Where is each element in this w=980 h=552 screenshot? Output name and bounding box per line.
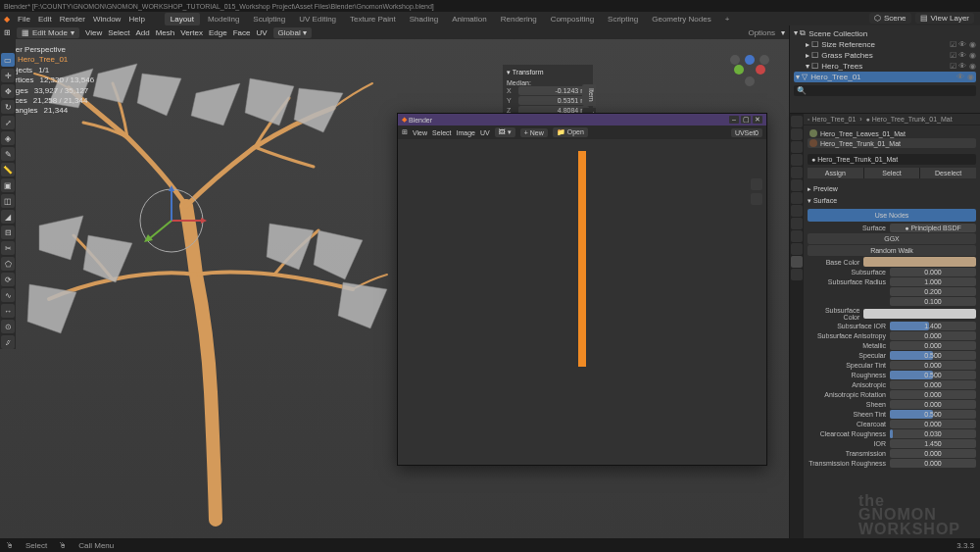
tab-uv[interactable]: UV Editing bbox=[293, 13, 342, 25]
uv-titlebar[interactable]: ◆ Blender –▢✕ bbox=[398, 114, 766, 125]
uv-canvas[interactable] bbox=[398, 139, 766, 465]
mode-selector[interactable]: ▦Edit Mode▾ bbox=[17, 27, 79, 38]
blender-icon[interactable]: ◆ bbox=[4, 15, 10, 24]
param-18[interactable]: 0.000 bbox=[890, 459, 976, 468]
ptab-constraint[interactable] bbox=[791, 230, 803, 242]
btn-assign[interactable]: Assign bbox=[808, 168, 863, 178]
col-grass[interactable]: ▸ ☐Grass Patches☑👁◉ bbox=[794, 50, 976, 61]
max-btn[interactable]: ▢ bbox=[741, 116, 751, 124]
viewlayer-selector[interactable]: ▤View Layer bbox=[915, 13, 974, 24]
tool-loopcut[interactable]: ⊟ bbox=[1, 226, 15, 239]
ptab-physics[interactable] bbox=[791, 218, 803, 229]
tab-sculpting[interactable]: Sculpting bbox=[247, 13, 291, 25]
btn-deselect[interactable]: Deselect bbox=[919, 168, 976, 178]
vp-menu-view[interactable]: View bbox=[85, 28, 102, 37]
ptab-modifier[interactable] bbox=[791, 192, 803, 204]
param-16[interactable]: 1.450 bbox=[890, 439, 976, 448]
uv-open-btn[interactable]: 📁 Open bbox=[553, 127, 588, 137]
param-11[interactable]: 0.000 bbox=[890, 390, 976, 399]
uvmap-dd[interactable]: UVSet0 bbox=[731, 128, 762, 137]
ptab-scene[interactable] bbox=[791, 154, 803, 166]
tab-layout[interactable]: Layout bbox=[165, 13, 200, 25]
distribution-dd[interactable]: GGX bbox=[808, 233, 976, 244]
vp-menu-face[interactable]: Face bbox=[233, 28, 251, 37]
tool-inset[interactable]: ◫ bbox=[1, 194, 15, 208]
menu-edit[interactable]: Edit bbox=[38, 15, 52, 24]
tab-script[interactable]: Scripting bbox=[602, 13, 644, 25]
tab-comp[interactable]: Compositing bbox=[545, 13, 600, 25]
param-14[interactable]: 0.000 bbox=[890, 420, 976, 428]
uv-new-btn[interactable]: + New bbox=[520, 128, 548, 137]
vp-menu-mesh[interactable]: Mesh bbox=[156, 28, 175, 37]
median-y[interactable]: 0.5351 m bbox=[518, 96, 589, 105]
tool-transform[interactable]: ◈ bbox=[1, 131, 15, 145]
obj-hero-tree-01[interactable]: ▾ ▽Hero_Tree_01👁◉ bbox=[794, 72, 976, 82]
scene-collection[interactable]: ▾ ⧉Scene Collection bbox=[794, 27, 976, 39]
tool-extrude[interactable]: ▣ bbox=[1, 178, 15, 192]
ptab-texture[interactable] bbox=[791, 269, 803, 280]
median-x[interactable]: -0.1243 m bbox=[518, 86, 589, 95]
uv-image-dd[interactable]: 🖼 ▾ bbox=[495, 127, 515, 137]
transform-header[interactable]: ▾ Transform bbox=[507, 69, 589, 76]
use-nodes-btn[interactable]: Use Nodes bbox=[808, 209, 976, 222]
editor-type-icon[interactable]: ⊞ bbox=[4, 28, 11, 37]
tool-spin[interactable]: ⟳ bbox=[1, 273, 15, 286]
tab-modeling[interactable]: Modeling bbox=[202, 13, 245, 25]
shader-dd[interactable]: ● Principled BSDF bbox=[890, 224, 976, 232]
vp-menu-add[interactable]: Add bbox=[135, 28, 149, 37]
param-8[interactable]: 0.000 bbox=[890, 361, 976, 370]
ptab-data[interactable] bbox=[791, 243, 803, 255]
uv-zoom-icon[interactable] bbox=[751, 178, 762, 190]
tool-knife[interactable]: ✂ bbox=[1, 241, 15, 255]
tab-texpaint[interactable]: Texture Paint bbox=[344, 13, 402, 25]
param-7[interactable]: 0.500 bbox=[890, 351, 976, 360]
tool-rotate[interactable]: ↻ bbox=[1, 100, 15, 114]
param-15[interactable]: 0.030 bbox=[890, 429, 976, 438]
tab-render[interactable]: Rendering bbox=[495, 13, 543, 25]
tool-smooth[interactable]: ∿ bbox=[1, 288, 15, 302]
tab-shading[interactable]: Shading bbox=[404, 13, 444, 25]
tab-geo[interactable]: Geometry Nodes bbox=[646, 13, 716, 25]
ptab-view[interactable] bbox=[791, 141, 803, 153]
menu-window[interactable]: Window bbox=[93, 15, 121, 24]
tool-select[interactable]: ▭ bbox=[1, 53, 15, 67]
param-12[interactable]: 0.000 bbox=[890, 400, 976, 409]
min-btn[interactable]: – bbox=[729, 116, 739, 124]
param-6[interactable]: 0.000 bbox=[890, 341, 976, 350]
tool-scale[interactable]: ⤢ bbox=[1, 116, 15, 129]
mat-slot-0[interactable]: Hero_Tree_Leaves_01_Mat bbox=[808, 128, 976, 138]
param-2-2[interactable]: 0.100 bbox=[890, 297, 976, 306]
material-name[interactable]: ● Hero_Tree_Trunk_01_Mat bbox=[808, 154, 976, 165]
param-4[interactable]: 1.400 bbox=[890, 322, 976, 330]
mat-slot-1[interactable]: Hero_Tree_Trunk_01_Mat bbox=[808, 138, 976, 148]
vp-menu-edge[interactable]: Edge bbox=[209, 28, 227, 37]
param-2-0[interactable]: 1.000 bbox=[890, 277, 976, 286]
vp-menu-select[interactable]: Select bbox=[108, 28, 129, 37]
param-9[interactable]: 0.500 bbox=[890, 371, 976, 379]
param-3[interactable] bbox=[863, 309, 976, 319]
scene-selector[interactable]: ⬡Scene bbox=[869, 13, 911, 24]
close-btn[interactable]: ✕ bbox=[753, 116, 762, 124]
uv-menu-image[interactable]: Image bbox=[457, 129, 475, 136]
menu-help[interactable]: Help bbox=[128, 15, 144, 24]
ptab-particle[interactable] bbox=[791, 205, 803, 217]
menu-render[interactable]: Render bbox=[60, 15, 85, 24]
nav-gizmo[interactable] bbox=[730, 55, 769, 94]
ptab-material[interactable] bbox=[791, 256, 803, 268]
orientation-dd[interactable]: Global ▾ bbox=[273, 27, 312, 38]
ntab-item[interactable]: Item bbox=[582, 84, 596, 106]
material-slots[interactable]: Hero_Tree_Leaves_01_Mat Hero_Tree_Trunk_… bbox=[804, 125, 980, 151]
param-1[interactable]: 0.000 bbox=[890, 268, 976, 276]
editor-type-icon[interactable]: ⊞ bbox=[402, 128, 408, 136]
outliner[interactable]: ▾ ⧉Scene Collection ▸ ☐Size Reference☑👁◉… bbox=[790, 25, 980, 114]
preview-header[interactable]: ▸ Preview bbox=[808, 183, 976, 195]
tool-slide[interactable]: ↔ bbox=[1, 304, 15, 318]
tool-shrink[interactable]: ⊙ bbox=[1, 320, 15, 333]
param-2-1[interactable]: 0.200 bbox=[890, 287, 976, 296]
vp-menu-vertex[interactable]: Vertex bbox=[180, 28, 203, 37]
tool-cursor[interactable]: ✛ bbox=[1, 69, 15, 82]
uv-menu-select[interactable]: Select bbox=[432, 129, 451, 136]
uv-menu-view[interactable]: View bbox=[413, 129, 427, 136]
ptab-world[interactable] bbox=[791, 167, 803, 178]
param-17[interactable]: 0.000 bbox=[890, 449, 976, 458]
